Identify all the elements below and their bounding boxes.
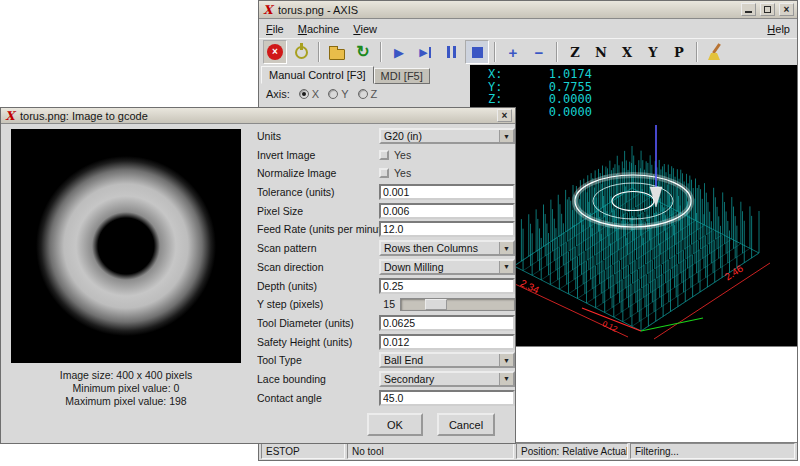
tab-manual-control[interactable]: Manual Control [F3]	[261, 66, 374, 84]
invert-image-checkbox[interactable]	[379, 150, 389, 160]
axis-y-radio[interactable]	[328, 89, 338, 99]
pause-button[interactable]	[439, 40, 463, 64]
toolbar-separator	[696, 42, 698, 62]
axis-x-label: X	[312, 88, 319, 100]
units-select-value: G20 (in)	[384, 130, 422, 142]
slider-handle[interactable]	[425, 299, 447, 310]
dialog-title: torus.png: Image to gcode	[20, 110, 493, 122]
tool-type-select[interactable]: Ball End ▼	[379, 352, 515, 368]
chevron-down-icon: ▼	[499, 130, 513, 142]
reload-icon: ↻	[356, 44, 369, 60]
menu-view[interactable]: View	[353, 23, 377, 35]
zoom-out-button[interactable]: −	[527, 40, 551, 64]
tool-diameter-input[interactable]	[379, 315, 515, 331]
tolerance-input[interactable]	[379, 184, 515, 200]
menu-help[interactable]: Help	[767, 23, 790, 35]
field-row-units: Units G20 (in) ▼	[257, 128, 515, 144]
field-label: Safety Height (units)	[257, 336, 379, 348]
menubar: File Machine View Help	[259, 19, 797, 38]
field-row-invert: Invert Image Yes	[257, 147, 515, 163]
toolbar-separator	[494, 42, 496, 62]
gcode-listing[interactable]	[470, 346, 798, 443]
menu-machine[interactable]: Machine	[298, 23, 340, 35]
scan-pattern-select[interactable]: Rows then Columns ▼	[379, 240, 515, 256]
zoom-in-button[interactable]: +	[501, 40, 525, 64]
ok-button[interactable]: OK	[367, 413, 423, 436]
stop-button[interactable]	[465, 40, 489, 64]
dro-4-value: 0.0000	[518, 106, 592, 119]
reload-button[interactable]: ↻	[351, 40, 375, 64]
minimize-button[interactable]	[741, 3, 756, 16]
run-button[interactable]: ▶	[387, 40, 411, 64]
max-pixel-text: Maximum pixel value: 198	[11, 395, 241, 408]
torus-image	[11, 129, 241, 363]
feed-rate-input[interactable]	[379, 221, 515, 237]
view-y-button[interactable]: Y	[641, 40, 665, 64]
view-x-button[interactable]: X	[615, 40, 639, 64]
contact-angle-input[interactable]	[379, 390, 515, 406]
field-row-feed-rate: Feed Rate (units per minute)	[257, 221, 515, 237]
gcode-options-form: Units G20 (in) ▼ Invert Image Yes Normal…	[257, 128, 515, 408]
normalize-image-checkbox[interactable]	[379, 168, 389, 178]
axis-titlebar[interactable]: X torus.png - AXIS ×	[259, 1, 797, 19]
dro-x-value: 1.0174	[518, 68, 592, 81]
minimize-icon	[745, 6, 752, 13]
field-row-depth: Depth (units)	[257, 278, 515, 294]
stop-icon	[472, 47, 483, 58]
axis-y-label: Y	[341, 88, 348, 100]
scan-direction-select[interactable]: Down Milling ▼	[379, 259, 515, 275]
view-z2-button[interactable]: N	[589, 40, 613, 64]
view-z2-icon: N	[595, 46, 607, 59]
field-label: Lace bounding	[257, 373, 379, 385]
estop-x-glyph: ×	[272, 47, 278, 57]
safety-height-input[interactable]	[379, 334, 515, 350]
axis-window-title: torus.png - AXIS	[278, 4, 737, 16]
estop-button[interactable]: ×	[263, 40, 287, 64]
dro-z-value: 0.0000	[518, 93, 592, 106]
tool-type-value: Ball End	[384, 354, 423, 366]
view-p-button[interactable]: P	[667, 40, 691, 64]
depth-input[interactable]	[379, 278, 515, 294]
toolbar: × ↻ ▶ ▶ + − Z	[259, 38, 797, 65]
axis-label: Axis:	[266, 88, 290, 100]
min-pixel-text: Minimum pixel value: 0	[11, 382, 241, 395]
dro-row: Z: 0.0000	[488, 93, 592, 106]
machine-power-button[interactable]	[289, 40, 313, 64]
plus-icon: +	[509, 45, 518, 60]
axis-z-radio[interactable]	[358, 89, 368, 99]
y-step-slider[interactable]	[400, 298, 515, 311]
pixel-size-input[interactable]	[379, 203, 515, 219]
field-label: Scan direction	[257, 261, 379, 273]
lace-bounding-select[interactable]: Secondary ▼	[379, 371, 515, 387]
maximize-button[interactable]	[760, 3, 775, 16]
open-file-button[interactable]	[325, 40, 349, 64]
field-row-y-step: Y step (pixels) 15	[257, 296, 515, 312]
folder-icon	[329, 49, 345, 60]
cancel-button[interactable]: Cancel	[437, 413, 495, 436]
menu-file[interactable]: File	[266, 23, 284, 35]
step-button[interactable]: ▶	[413, 40, 437, 64]
field-label: Invert Image	[257, 149, 379, 161]
source-image-preview	[11, 129, 241, 363]
power-icon	[295, 46, 308, 59]
tab-mdi[interactable]: MDI [F5]	[374, 68, 430, 84]
dro-row: X: 1.0174	[488, 68, 592, 81]
scan-pattern-value: Rows then Columns	[384, 242, 478, 254]
preview-3d-view[interactable]: X: 1.0174 Y: 0.7755 Z: 0.0000 0.0000 2.3…	[470, 65, 798, 346]
view-z-button[interactable]: Z	[563, 40, 587, 64]
checkbox-label: Yes	[394, 149, 411, 161]
close-button[interactable]: ×	[779, 3, 794, 16]
status-estop: ESTOP	[261, 443, 345, 459]
axis-x-radio[interactable]	[299, 89, 309, 99]
units-select[interactable]: G20 (in) ▼	[379, 128, 515, 144]
estop-icon: ×	[267, 44, 283, 60]
status-tool: No tool	[347, 443, 514, 459]
dialog-close-button[interactable]: ×	[497, 109, 512, 122]
field-label: Depth (units)	[257, 280, 379, 292]
clear-plot-button[interactable]	[703, 40, 727, 64]
pause-icon	[447, 46, 456, 58]
dialog-titlebar[interactable]: X torus.png: Image to gcode ×	[1, 108, 515, 124]
axis-select-row: Axis: X Y Z	[266, 88, 377, 100]
dro-x-label: X:	[488, 68, 518, 81]
chevron-down-icon: ▼	[499, 354, 513, 366]
